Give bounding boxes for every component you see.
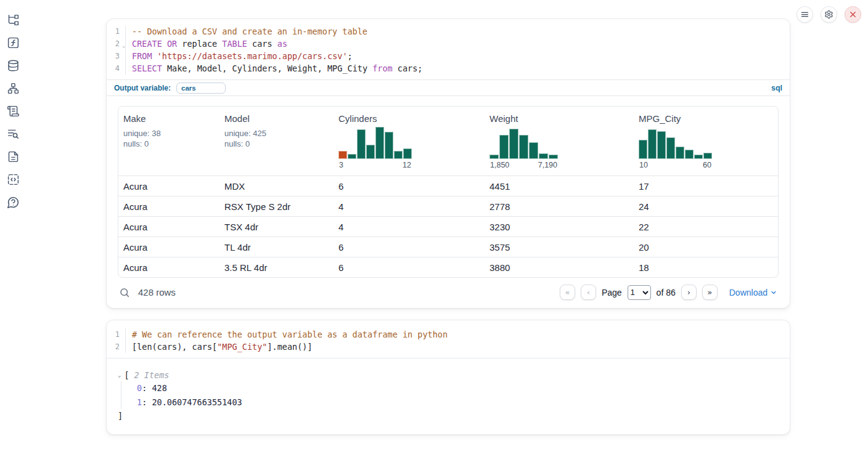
file-text-panel-button[interactable] bbox=[7, 150, 20, 163]
table-cell: 3575 bbox=[485, 237, 634, 257]
histogram-bar bbox=[676, 147, 684, 159]
table-cell: 20 bbox=[634, 237, 778, 257]
list-search-icon bbox=[7, 127, 20, 140]
tree-entry: 1: 20.060747663551403 bbox=[137, 395, 779, 410]
code-text: -- Download a CSV and create an in-memor… bbox=[126, 25, 367, 38]
table-body: AcuraMDX6445117AcuraRSX Type S 2dr427782… bbox=[118, 176, 778, 277]
open-bracket: [ bbox=[124, 370, 129, 380]
table-cell: Acura bbox=[118, 217, 219, 237]
search-icon bbox=[119, 287, 130, 298]
items-count: 2 Items bbox=[134, 370, 170, 380]
next-page-button[interactable]: › bbox=[681, 285, 697, 300]
database-icon bbox=[7, 59, 20, 72]
tree-entry-value: 20.060747663551403 bbox=[152, 397, 242, 407]
database-panel-button[interactable] bbox=[7, 59, 20, 72]
file-tree-panel-button[interactable] bbox=[7, 13, 20, 26]
prev-page-button[interactable]: ‹ bbox=[581, 285, 596, 300]
tree-entry-index: 1 bbox=[137, 397, 142, 407]
python-code-editor[interactable]: 1# We can reference the output variable … bbox=[107, 328, 790, 358]
code-line[interactable]: 2[len(cars), cars["MPG_City"].mean()] bbox=[107, 341, 790, 353]
menu-button[interactable] bbox=[796, 6, 813, 23]
table-cell: TL 4dr bbox=[219, 237, 334, 257]
column-stats: unique: 425nulls: 0 bbox=[224, 129, 329, 150]
column-header: Cylinders312 bbox=[334, 107, 485, 176]
first-page-button[interactable]: « bbox=[560, 285, 575, 300]
column-label[interactable]: Weight bbox=[489, 113, 629, 124]
table-row: AcuraRSX Type S 2dr4277824 bbox=[118, 196, 778, 216]
download-label: Download bbox=[729, 288, 768, 297]
table-cell: 3880 bbox=[485, 257, 634, 277]
close-bracket: ] bbox=[118, 410, 779, 422]
settings-button[interactable] bbox=[821, 6, 837, 23]
table-cell: TSX 4dr bbox=[219, 217, 334, 237]
code-line[interactable]: 2⌄CREATE OR replace TABLE cars as bbox=[107, 38, 790, 50]
table-header: Makeunique: 38nulls: 0Modelunique: 425nu… bbox=[118, 107, 778, 176]
language-badge[interactable]: sql bbox=[771, 84, 782, 92]
output-variable-input[interactable] bbox=[176, 83, 226, 94]
table-cell: 4451 bbox=[485, 176, 634, 196]
data-table: Makeunique: 38nulls: 0Modelunique: 425nu… bbox=[118, 106, 779, 278]
tree-entry: 0: 428 bbox=[137, 381, 779, 395]
help-circle-panel-button[interactable] bbox=[7, 195, 20, 209]
histogram-bar bbox=[666, 137, 675, 159]
line-number: 2 bbox=[107, 341, 126, 353]
column-header: Makeunique: 38nulls: 0 bbox=[118, 107, 219, 176]
table-cell: 22 bbox=[634, 217, 778, 237]
collapse-chevron-icon[interactable]: ⌄ bbox=[118, 372, 121, 378]
sidebar bbox=[0, 0, 27, 209]
column-label[interactable]: Model bbox=[224, 113, 329, 124]
table-cell: MDX bbox=[219, 176, 334, 196]
output-variable-row: Output variable: sql bbox=[107, 79, 790, 96]
histogram-bar bbox=[375, 127, 384, 159]
code-square-panel-button[interactable] bbox=[7, 172, 20, 186]
topbar-actions bbox=[796, 6, 861, 23]
page-select[interactable]: 1 bbox=[628, 285, 651, 300]
code-line[interactable]: 4SELECT Make, Model, Cylinders, Weight, … bbox=[107, 62, 790, 75]
search-button[interactable] bbox=[119, 287, 130, 298]
code-line[interactable]: 1# We can reference the output variable … bbox=[107, 328, 790, 341]
download-button[interactable]: Download bbox=[729, 288, 777, 297]
column-header: MPG_City1060 bbox=[634, 107, 778, 176]
workflow-icon bbox=[7, 82, 20, 95]
histogram-bar bbox=[403, 148, 412, 159]
list-search-panel-button[interactable] bbox=[7, 127, 20, 140]
histogram-bar bbox=[385, 132, 393, 159]
help-circle-icon bbox=[7, 196, 20, 209]
scroll-text-panel-button[interactable] bbox=[7, 104, 20, 118]
python-cell: 1# We can reference the output variable … bbox=[106, 320, 790, 435]
function-square-panel-button[interactable] bbox=[7, 36, 20, 49]
gear-icon bbox=[824, 10, 833, 19]
column-histogram: 1,8507,190 bbox=[489, 126, 629, 169]
column-label[interactable]: Cylinders bbox=[338, 113, 480, 124]
output-variable-label: Output variable: bbox=[114, 84, 171, 92]
table-cell: 6 bbox=[334, 257, 485, 277]
table-cell: 4 bbox=[334, 217, 485, 237]
menu-icon bbox=[800, 10, 809, 19]
code-square-icon bbox=[7, 173, 20, 186]
histogram-bar bbox=[499, 135, 509, 159]
code-text: [len(cars), cars["MPG_City"].mean()] bbox=[126, 341, 313, 353]
sql-code-editor[interactable]: 1-- Download a CSV and create an in-memo… bbox=[107, 19, 790, 79]
column-label[interactable]: Make bbox=[123, 113, 215, 124]
histogram-bar bbox=[549, 155, 558, 159]
histogram-bar bbox=[338, 151, 347, 159]
last-page-button[interactable]: » bbox=[702, 285, 718, 300]
row-count: 428 rows bbox=[138, 287, 176, 297]
table-cell: Acura bbox=[118, 196, 219, 216]
histogram-bar bbox=[366, 145, 375, 159]
table-footer: 428 rows « ‹ Page 1 of 86 › » Download bbox=[118, 278, 779, 307]
notebook: 1-- Download a CSV and create an in-memo… bbox=[106, 18, 790, 435]
histogram-axis: 1060 bbox=[639, 161, 712, 169]
workflow-panel-button[interactable] bbox=[7, 81, 20, 95]
shutdown-button[interactable] bbox=[845, 6, 861, 23]
code-line[interactable]: 3FROM 'https://datasets.marimo.app/cars.… bbox=[107, 50, 790, 62]
table-cell: 6 bbox=[334, 176, 485, 196]
chevron-down-icon bbox=[770, 289, 777, 296]
column-header: Weight1,8507,190 bbox=[485, 107, 634, 176]
code-line[interactable]: 1-- Download a CSV and create an in-memo… bbox=[107, 25, 790, 38]
table-cell: 4 bbox=[334, 196, 485, 216]
table-cell: 3230 bbox=[485, 217, 634, 237]
histogram-bar bbox=[357, 129, 366, 159]
column-label[interactable]: MPG_City bbox=[639, 113, 773, 124]
histogram-bar bbox=[685, 150, 694, 159]
